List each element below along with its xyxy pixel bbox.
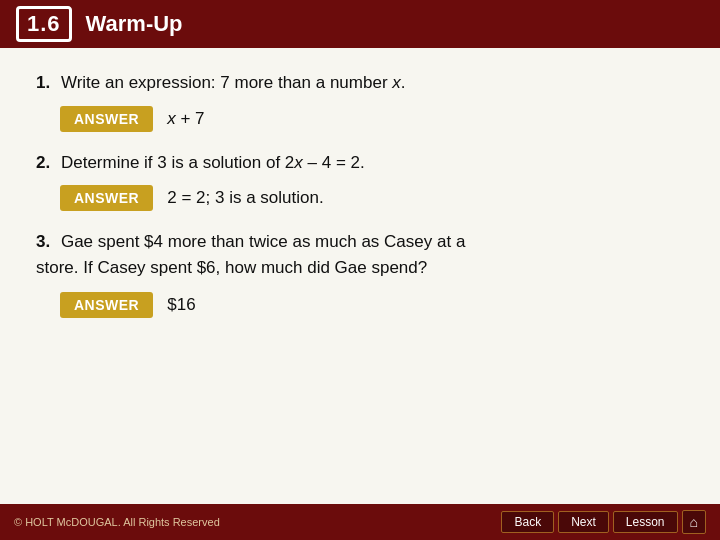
home-icon: ⌂ <box>690 514 698 530</box>
footer-navigation: Back Next Lesson ⌂ <box>501 510 706 534</box>
question-2-body: Determine if 3 is a solution of 2x – 4 =… <box>61 153 365 172</box>
section-badge: 1.6 <box>16 6 72 42</box>
question-1-body: Write an expression: 7 more than a numbe… <box>61 73 406 92</box>
answer-1-text: x + 7 <box>167 109 204 129</box>
copyright-text: © HOLT McDOUGAL. All Rights Reserved <box>14 516 220 528</box>
question-3-number: 3. <box>36 232 50 251</box>
question-1: 1. Write an expression: 7 more than a nu… <box>36 70 684 132</box>
question-3-body: Gae spent $4 more than twice as much as … <box>36 232 465 277</box>
next-button[interactable]: Next <box>558 511 609 533</box>
question-2-answer-row: ANSWER 2 = 2; 3 is a solution. <box>60 185 684 211</box>
question-1-text: 1. Write an expression: 7 more than a nu… <box>36 70 684 96</box>
answer-1-button[interactable]: ANSWER <box>60 106 153 132</box>
question-2-text: 2. Determine if 3 is a solution of 2x – … <box>36 150 684 176</box>
question-3-answer-row: ANSWER $16 <box>60 292 684 318</box>
answer-3-text: $16 <box>167 295 195 315</box>
question-2: 2. Determine if 3 is a solution of 2x – … <box>36 150 684 212</box>
answer-2-button[interactable]: ANSWER <box>60 185 153 211</box>
question-2-number: 2. <box>36 153 50 172</box>
main-content: 1. Write an expression: 7 more than a nu… <box>0 48 720 508</box>
header-bar: 1.6 Warm-Up <box>0 0 720 48</box>
back-button[interactable]: Back <box>501 511 554 533</box>
footer-bar: © HOLT McDOUGAL. All Rights Reserved Bac… <box>0 504 720 540</box>
answer-3-button[interactable]: ANSWER <box>60 292 153 318</box>
page-title: Warm-Up <box>86 11 183 37</box>
answer-2-text: 2 = 2; 3 is a solution. <box>167 188 323 208</box>
question-3: 3. Gae spent $4 more than twice as much … <box>36 229 684 318</box>
question-1-answer-row: ANSWER x + 7 <box>60 106 684 132</box>
question-1-number: 1. <box>36 73 50 92</box>
question-3-text: 3. Gae spent $4 more than twice as much … <box>36 229 684 282</box>
lesson-button[interactable]: Lesson <box>613 511 678 533</box>
main-home-button[interactable]: ⌂ <box>682 510 706 534</box>
